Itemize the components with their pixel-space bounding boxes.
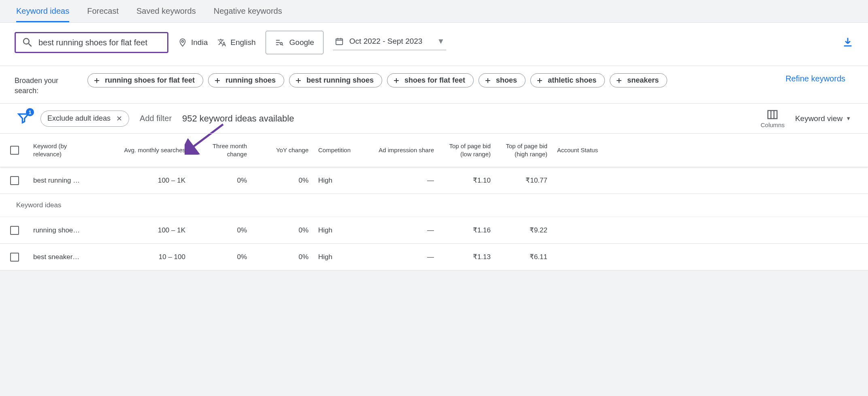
broaden-chip[interactable]: running shoes: [208, 73, 284, 87]
location-pin-icon: [178, 38, 187, 47]
cell-bid-low: ₹1.16: [473, 226, 496, 234]
select-all-checkbox[interactable]: [10, 146, 19, 155]
col-competition[interactable]: Competition: [314, 143, 371, 158]
col-bid-low[interactable]: Top of page bid (low range): [440, 139, 496, 162]
location-selector[interactable]: India: [178, 38, 208, 47]
keyword-view-dropdown[interactable]: Keyword view ▼: [795, 114, 851, 123]
plus-icon: [93, 77, 101, 85]
broaden-chips: running shoes for flat feet running shoe…: [87, 73, 769, 87]
language-selector[interactable]: English: [217, 38, 255, 47]
close-icon[interactable]: ✕: [116, 114, 122, 123]
broaden-chip[interactable]: shoes for flat feet: [387, 73, 474, 87]
ideas-available-text: 952 keyword ideas available: [182, 113, 294, 124]
location-label: India: [191, 38, 208, 47]
columns-icon: [766, 109, 779, 121]
download-button[interactable]: [842, 36, 853, 49]
cell-bid-low: ₹1.10: [473, 176, 496, 185]
cell-3m: 0%: [237, 253, 253, 261]
col-ad-impression[interactable]: Ad impression share: [374, 143, 440, 158]
chip-label: shoes for flat feet: [404, 76, 465, 85]
chip-label: shoes: [496, 76, 517, 85]
language-label: English: [230, 38, 255, 47]
plus-icon: [392, 77, 400, 85]
table-row[interactable]: running shoe… 100 – 1K 0% 0% High — ₹1.1…: [0, 217, 868, 244]
broaden-label: Broaden your search:: [15, 73, 71, 96]
broaden-chip[interactable]: shoes: [479, 73, 525, 87]
search-value: best running shoes for flat feet: [38, 38, 147, 47]
cell-avg: 10 – 100: [159, 253, 191, 261]
filter-bar: 1 Exclude adult ideas ✕ Add filter 952 k…: [0, 104, 868, 133]
broaden-chip[interactable]: best running shoes: [289, 73, 382, 87]
col-avg-searches[interactable]: Avg. monthly searches: [120, 143, 191, 158]
keyword-search-input[interactable]: best running shoes for flat feet: [15, 32, 168, 53]
broaden-chip[interactable]: running shoes for flat feet: [87, 73, 203, 87]
col-keyword[interactable]: Keyword (by relevance): [29, 139, 98, 162]
table-header: Keyword (by relevance) Avg. monthly sear…: [0, 133, 868, 167]
svg-point-0: [182, 40, 184, 43]
chip-label: athletic shoes: [548, 76, 596, 85]
cell-bid-high: ₹10.77: [525, 176, 553, 185]
svg-rect-2: [336, 38, 343, 45]
cell-keyword: best sneaker…: [29, 253, 98, 261]
search-network-selector[interactable]: Google: [266, 31, 323, 54]
chip-label: running shoes for flat feet: [105, 76, 195, 85]
cell-avg: 100 – 1K: [158, 177, 191, 185]
cell-bid-high: ₹9.22: [530, 226, 553, 234]
cell-bid-low: ₹1.13: [473, 253, 496, 261]
cell-competition: High: [314, 177, 371, 185]
tab-saved-keywords[interactable]: Saved keywords: [136, 0, 196, 22]
svg-rect-4: [768, 111, 777, 119]
row-checkbox[interactable]: [10, 253, 19, 262]
tabs-bar: Keyword ideas Forecast Saved keywords Ne…: [0, 0, 868, 23]
date-range-label: Oct 2022 - Sept 2023: [349, 37, 423, 46]
refine-keywords-button[interactable]: Refine keywords: [785, 73, 853, 84]
table-row[interactable]: best sneaker… 10 – 100 0% 0% High — ₹1.1…: [0, 244, 868, 270]
date-range-selector[interactable]: Oct 2022 - Sept 2023 ▼: [333, 35, 446, 50]
filter-funnel-button[interactable]: 1: [17, 111, 30, 126]
plus-icon: [484, 77, 492, 85]
plus-icon: [615, 77, 623, 85]
cell-competition: High: [314, 226, 371, 234]
plus-icon: [294, 77, 302, 85]
cell-yoy: 0%: [298, 177, 314, 185]
chevron-down-icon: ▼: [846, 115, 851, 121]
cell-bid-high: ₹6.11: [530, 253, 553, 261]
row-checkbox[interactable]: [10, 176, 19, 185]
exclude-adult-chip[interactable]: Exclude adult ideas ✕: [40, 111, 129, 127]
filter-count-badge: 1: [26, 108, 34, 116]
broaden-chip[interactable]: sneakers: [610, 73, 667, 87]
keyword-table: Keyword (by relevance) Avg. monthly sear…: [0, 133, 868, 270]
row-checkbox[interactable]: [10, 226, 19, 235]
view-label: Keyword view: [795, 114, 842, 123]
col-3m-change[interactable]: Three month change: [191, 139, 253, 162]
cell-keyword: running shoe…: [29, 226, 98, 234]
tab-keyword-ideas[interactable]: Keyword ideas: [16, 0, 69, 22]
filter-chip-label: Exclude adult ideas: [47, 114, 111, 123]
download-icon: [842, 36, 853, 48]
calendar-icon: [335, 37, 344, 46]
chip-label: sneakers: [627, 76, 659, 85]
broaden-section: Broaden your search: running shoes for f…: [0, 66, 868, 104]
cell-impression: —: [427, 177, 440, 185]
add-filter-button[interactable]: Add filter: [140, 114, 172, 123]
col-yoy-change[interactable]: YoY change: [272, 143, 314, 158]
cell-impression: —: [427, 253, 440, 261]
table-row[interactable]: best running … 100 – 1K 0% 0% High — ₹1.…: [0, 167, 868, 194]
tab-forecast[interactable]: Forecast: [87, 0, 119, 22]
columns-button[interactable]: Columns: [761, 109, 785, 128]
broaden-chip[interactable]: athletic shoes: [530, 73, 605, 87]
tab-negative-keywords[interactable]: Negative keywords: [214, 0, 282, 22]
cell-3m: 0%: [237, 177, 253, 185]
cell-keyword: best running …: [29, 177, 98, 185]
col-account-status[interactable]: Account Status: [553, 143, 868, 158]
chip-label: running shoes: [226, 76, 276, 85]
plus-icon: [536, 77, 544, 85]
cell-yoy: 0%: [298, 253, 314, 261]
network-label: Google: [289, 38, 314, 47]
chip-label: best running shoes: [306, 76, 374, 85]
keyword-ideas-section-label: Keyword ideas: [0, 194, 868, 217]
cell-competition: High: [314, 253, 371, 261]
search-network-icon: [275, 38, 284, 47]
plus-icon: [213, 77, 221, 85]
col-bid-high[interactable]: Top of page bid (high range): [496, 139, 553, 162]
